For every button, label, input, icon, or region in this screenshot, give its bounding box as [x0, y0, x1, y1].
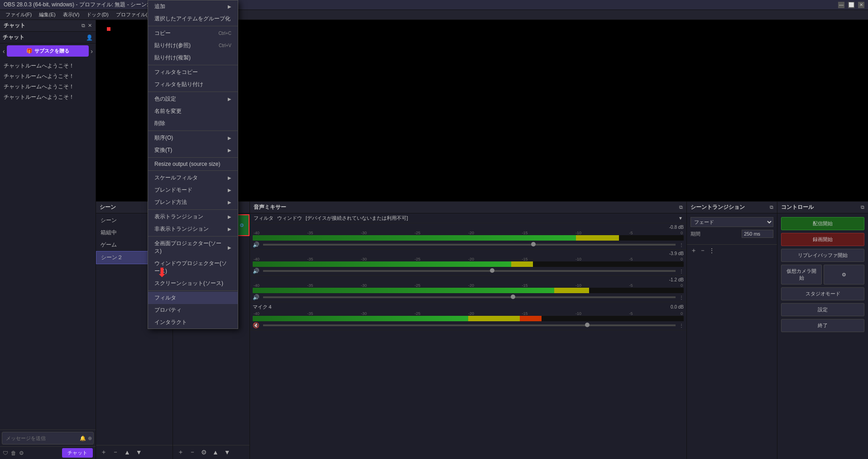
ctx-hide-transition[interactable]: 非表示トランジション ▶	[148, 223, 238, 235]
audio-meter	[253, 316, 684, 321]
source-up-button[interactable]: ▲	[211, 447, 221, 457]
transition-type-select[interactable]: フェード	[691, 217, 773, 227]
track-menu-button[interactable]: ⋮	[679, 269, 684, 274]
controls-panel: コントロール ⧉ 配信開始 録画開始 リプレイバッファ開始 仮想カメラ開始 ⚙ …	[777, 202, 868, 459]
menu-edit[interactable]: 編集(E)	[35, 10, 59, 19]
ctx-scale-filter[interactable]: スケールフィルタ ▶	[148, 172, 238, 184]
ctx-copy[interactable]: コピー Ctrl+C	[148, 27, 238, 39]
source-gear-button[interactable]: ⚙	[199, 447, 209, 457]
scene-add-button[interactable]: ＋	[99, 447, 109, 457]
ctx-delete[interactable]: 削除	[148, 117, 238, 130]
ctx-blend-mode-label: ブレンドモード	[154, 186, 192, 194]
studio-mode-button[interactable]: スタジオモード	[781, 287, 864, 300]
ctx-copy-filter-label: フィルタをコピー	[154, 68, 198, 76]
chat-next-button[interactable]: ›	[91, 48, 93, 55]
audio-options-button[interactable]: ⧉	[679, 204, 683, 210]
track-mute-icon[interactable]: 🔊	[253, 242, 259, 248]
settings-button[interactable]: 設定	[781, 303, 864, 316]
minimize-button[interactable]: —	[838, 2, 844, 8]
ctx-scale-filter-arrow: ▶	[228, 175, 231, 180]
ctx-rename[interactable]: 名前を変更	[148, 105, 238, 117]
ctx-separator	[148, 130, 238, 131]
ctx-copy-label: コピー	[154, 29, 171, 37]
ctx-properties[interactable]: プロパティ	[148, 304, 238, 316]
audio-dropdown-button[interactable]: ▼	[678, 216, 683, 221]
ctx-paste-dup[interactable]: 貼り付け(複製)	[148, 52, 238, 64]
chat-send-button[interactable]: チャット	[62, 448, 93, 458]
chat-close-button[interactable]: ✕	[88, 23, 92, 29]
ctx-group[interactable]: 選択したアイテムをグループ化	[148, 13, 238, 25]
track-menu-button[interactable]: ⋮	[679, 295, 684, 300]
ctx-screenshot[interactable]: スクリーンショット(ソース)	[148, 277, 238, 290]
virtual-cam-button[interactable]: 仮想カメラ開始	[781, 265, 822, 285]
ctx-hide-transition-arrow: ▶	[228, 227, 231, 232]
ctx-resize[interactable]: Resize output (source size)	[148, 159, 238, 169]
audio-device-label: [デバイスが接続されていないまたは利用不可]	[306, 215, 675, 222]
ctx-fullscreen-proj[interactable]: 全画面プロジェクター(ソース) ▶	[148, 237, 238, 257]
virtual-cam-settings-button[interactable]: ⚙	[824, 265, 864, 285]
ctx-paste-ref[interactable]: 貼り付け(参照) Ctrl+V	[148, 39, 238, 52]
transitions-options-button[interactable]: ⧉	[770, 204, 773, 210]
source-remove-button[interactable]: －	[187, 447, 197, 457]
source-add-button[interactable]: ＋	[176, 447, 186, 457]
ctx-interact[interactable]: インタラクト	[148, 316, 238, 329]
ctx-blend-method[interactable]: ブレンド方法 ▶	[148, 196, 238, 208]
volume-slider[interactable]	[263, 296, 676, 298]
ctx-blend-method-arrow: ▶	[228, 200, 231, 205]
transition-remove-button[interactable]: －	[700, 246, 706, 255]
source-settings-icon[interactable]: ⚙	[240, 222, 244, 228]
controls-options-button[interactable]: ⧉	[861, 204, 864, 210]
volume-slider[interactable]	[263, 270, 676, 272]
ctx-color[interactable]: 色の設定 ▶	[148, 93, 238, 105]
audio-filter-label: フィルタ	[254, 215, 273, 222]
track-mute-icon[interactable]: 🔊	[253, 294, 259, 300]
transitions-panel: シーントランジション ⧉ フェード 期間 ＋ － ⋮	[687, 202, 777, 459]
subscribe-button[interactable]: 🎁 サブスクを贈る	[7, 45, 89, 57]
track-menu-button[interactable]: ⋮	[679, 242, 684, 247]
duration-input[interactable]	[742, 230, 773, 238]
ctx-copy-filter[interactable]: フィルタをコピー	[148, 66, 238, 78]
track-menu-button[interactable]: ⋮	[679, 323, 684, 328]
ctx-fullscreen-proj-label: 全画面プロジェクター(ソース)	[154, 240, 228, 255]
audio-panel: 音声ミキサー ⧉ フィルタ ウィンドウ [デバイスが接続されていないまたは利用不…	[250, 202, 687, 459]
ctx-filter-label: フィルタ	[154, 294, 176, 302]
track-mute-icon[interactable]: 🔊	[253, 268, 259, 274]
menu-view[interactable]: 表示(V)	[59, 10, 83, 19]
replay-buffer-button[interactable]: リプレイバッファ開始	[781, 249, 864, 262]
ctx-transform[interactable]: 変換(T) ▶	[148, 144, 238, 156]
menu-file[interactable]: ファイル(F)	[2, 10, 35, 19]
ctx-resize-label: Resize output (source size)	[154, 161, 220, 167]
ctx-window-proj[interactable]: ウィンドウプロジェクター(ソース)	[148, 257, 238, 277]
ctx-separator	[148, 157, 238, 158]
chat-detach-button[interactable]: ⧉	[82, 23, 85, 29]
chat-inner-header: チャット 👤	[0, 32, 96, 43]
scene-down-button[interactable]: ▼	[134, 447, 144, 457]
ctx-add[interactable]: 追加 ▶	[148, 0, 238, 13]
ctx-order-arrow: ▶	[228, 135, 231, 140]
ctx-blend-mode[interactable]: ブレンドモード ▶	[148, 184, 238, 196]
menu-dock[interactable]: ドック(D)	[83, 10, 112, 19]
stream-start-button[interactable]: 配信開始	[781, 217, 864, 230]
transition-add-button[interactable]: ＋	[691, 246, 697, 255]
audio-tracks: -0.8 dB -40-35-30-25-20-15-10-50 🔊	[250, 223, 686, 459]
transition-menu-button[interactable]: ⋮	[709, 246, 715, 255]
source-down-button[interactable]: ▼	[222, 447, 232, 457]
scene-up-button[interactable]: ▲	[122, 447, 132, 457]
track-header: -3.9 dB	[253, 251, 684, 256]
ctx-order[interactable]: 順序(O) ▶	[148, 132, 238, 144]
volume-slider[interactable]	[263, 324, 676, 326]
close-button[interactable]: ✕	[858, 2, 864, 8]
ctx-paste-filter[interactable]: フィルタを貼り付け	[148, 78, 238, 91]
exit-button[interactable]: 終了	[781, 319, 864, 332]
ctx-filter[interactable]: フィルタ	[148, 292, 238, 304]
chat-prev-button[interactable]: ‹	[3, 48, 5, 55]
record-start-button[interactable]: 録画開始	[781, 233, 864, 246]
audio-track: -3.9 dB -40-35-30-25-20-15-10-50 🔊	[250, 250, 686, 276]
meter-scale: -40-35-30-25-20-15-10-50	[253, 311, 684, 316]
ctx-show-transition[interactable]: 表示トランジション ▶	[148, 211, 238, 223]
volume-slider[interactable]	[263, 244, 676, 246]
audio-meter	[253, 235, 684, 241]
scene-remove-button[interactable]: －	[110, 447, 120, 457]
track-mute-icon[interactable]: 🔇	[253, 322, 259, 329]
maximize-button[interactable]: ⬜	[848, 2, 854, 8]
